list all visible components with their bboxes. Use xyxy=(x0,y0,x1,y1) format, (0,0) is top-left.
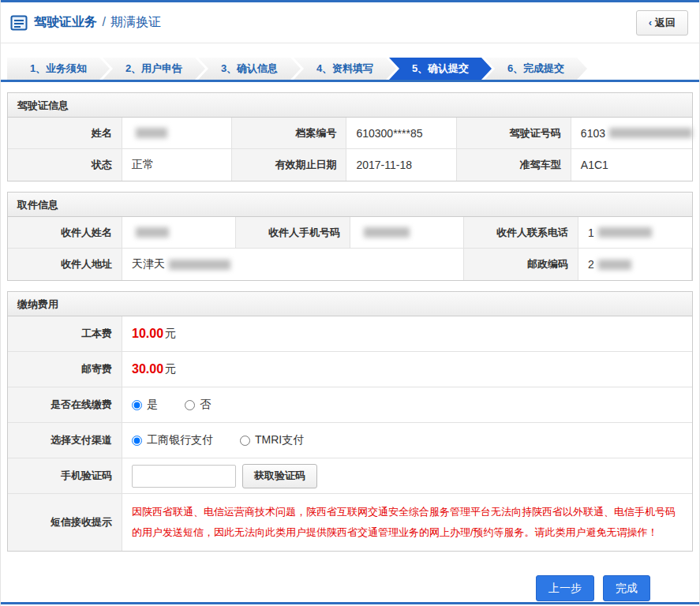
step-label: 4、资料填写 xyxy=(316,62,373,74)
channel-tmri-radio[interactable] xyxy=(240,436,250,446)
online-pay-yes-radio[interactable] xyxy=(132,400,142,410)
status-label: 状态 xyxy=(8,149,122,181)
recipient-address-value: 天津天 xyxy=(122,249,464,280)
vehicle-type-label: 准驾车型 xyxy=(457,149,571,181)
channel-icbc-option[interactable]: 工商银行支付 xyxy=(132,433,213,447)
recipient-name-label: 收件人姓名 xyxy=(8,217,122,249)
name-value xyxy=(122,118,232,149)
finish-button[interactable]: 完成 xyxy=(603,575,650,601)
online-payment-label: 是否在线缴费 xyxy=(8,387,122,423)
page-title: 驾驶证业务 / 期满换证 xyxy=(34,14,161,31)
recipient-address-label: 收件人地址 xyxy=(8,249,122,280)
bottom-accent-line xyxy=(1,602,699,604)
channel-icbc-radio[interactable] xyxy=(132,436,142,446)
business-title: 驾驶证业务 xyxy=(34,15,97,28)
channel-tmri-option[interactable]: TMRI支付 xyxy=(240,433,304,447)
mailing-fee-amount: 30.00 xyxy=(132,362,163,376)
pickup-info-section: 取件信息 收件人姓名 收件人手机号码 收件人联系电话 1 收件人地址 天津天 邮… xyxy=(7,192,693,281)
captcha-row: 获取验证码 xyxy=(122,458,692,494)
expiry-label: 有效期止日期 xyxy=(232,149,346,181)
pickup-section-title: 取件信息 xyxy=(8,193,692,217)
step-user-declaration: 2、用户申告 xyxy=(103,58,205,80)
step-label: 2、用户申告 xyxy=(125,62,182,74)
vehicle-type-value: A1C1 xyxy=(571,149,692,181)
recipient-address-prefix: 天津天 xyxy=(132,257,165,271)
redacted-value xyxy=(136,128,167,138)
sms-notice-label: 短信接收提示 xyxy=(8,494,122,551)
license-number-label: 驾驶证号码 xyxy=(457,118,571,149)
online-pay-no-radio[interactable] xyxy=(185,400,195,410)
form-icon xyxy=(10,14,28,32)
recipient-name-value xyxy=(122,217,236,249)
recipient-phone-value: 1 xyxy=(578,217,692,249)
step-fill-data: 4、资料填写 xyxy=(294,58,396,80)
payment-section-title: 缴纳费用 xyxy=(8,292,692,316)
online-payment-options: 是 否 xyxy=(122,387,692,423)
redacted-value xyxy=(169,260,230,270)
get-captcha-button[interactable]: 获取验证码 xyxy=(242,464,317,488)
back-label: 返回 xyxy=(655,16,676,30)
step-confirm-submit: 5、确认提交 xyxy=(389,58,492,80)
name-label: 姓名 xyxy=(8,118,122,149)
recipient-phone-prefix: 1 xyxy=(588,226,594,239)
step-label: 3、确认信息 xyxy=(221,62,278,74)
prev-step-button[interactable]: 上一步 xyxy=(536,575,594,601)
online-pay-yes-option[interactable]: 是 xyxy=(132,398,158,412)
production-fee-unit: 元 xyxy=(165,327,176,341)
mailing-fee-label: 邮寄费 xyxy=(8,352,122,387)
step-bar: 1、业务须知 2、用户申告 3、确认信息 4、资料填写 5、确认提交 6、完成提… xyxy=(1,43,699,80)
mailing-fee-unit: 元 xyxy=(165,362,176,376)
online-pay-yes-label: 是 xyxy=(147,398,158,412)
step-confirm-info: 3、确认信息 xyxy=(198,58,301,80)
file-number-value: 610300****85 xyxy=(346,118,456,149)
redacted-value xyxy=(598,260,631,270)
captcha-input[interactable] xyxy=(132,465,236,488)
captcha-label: 手机验证码 xyxy=(8,458,122,494)
payment-section: 缴纳费用 工本费 10.00元 邮寄费 30.00元 是否在线缴费 是 否 选择… xyxy=(7,291,693,552)
postal-code-label: 邮政编码 xyxy=(464,249,578,280)
step-label: 6、完成提交 xyxy=(507,62,564,74)
steps-underline xyxy=(1,80,699,82)
online-pay-no-option[interactable]: 否 xyxy=(185,398,211,412)
recipient-mobile-label: 收件人手机号码 xyxy=(236,217,350,249)
step-label: 1、业务须知 xyxy=(30,62,87,74)
recipient-phone-label: 收件人联系电话 xyxy=(464,217,578,249)
title-separator: / xyxy=(102,15,105,28)
sms-notice-cell: 因陕西省联通、电信运营商技术问题，陕西省互联网交通安全综合服务管理平台无法向持陕… xyxy=(122,494,692,551)
online-pay-no-label: 否 xyxy=(200,398,211,412)
recipient-mobile-value xyxy=(350,217,464,249)
page-header: 驾驶证业务 / 期满换证 ‹ 返回 xyxy=(1,2,699,43)
license-number-value: 6103 xyxy=(571,118,692,149)
postal-code-value: 2 xyxy=(578,249,692,280)
postal-code-prefix: 2 xyxy=(588,258,594,271)
step-business-notice: 1、业务须知 xyxy=(7,58,110,80)
redacted-value xyxy=(609,128,692,138)
license-section-title: 驾驶证信息 xyxy=(8,93,692,118)
back-chevron-icon: ‹ xyxy=(649,17,652,28)
channel-icbc-label: 工商银行支付 xyxy=(147,433,213,447)
license-info-section: 驾驶证信息 姓名 档案编号 610300****85 驾驶证号码 6103 状态… xyxy=(7,92,693,181)
channel-tmri-label: TMRI支付 xyxy=(255,433,304,447)
redacted-value xyxy=(136,227,169,238)
step-label: 5、确认提交 xyxy=(412,62,469,74)
sms-notice-text: 因陕西省联通、电信运营商技术问题，陕西省互联网交通安全综合服务管理平台无法向持陕… xyxy=(132,502,681,543)
production-fee-label: 工本费 xyxy=(8,316,122,352)
payment-channel-label: 选择支付渠道 xyxy=(8,423,122,458)
mailing-fee-value: 30.00元 xyxy=(122,352,692,387)
production-fee-value: 10.00元 xyxy=(122,316,692,352)
production-fee-amount: 10.00 xyxy=(132,327,163,341)
step-complete-submit: 6、完成提交 xyxy=(485,58,587,80)
redacted-value xyxy=(598,227,652,238)
subpage-title: 期满换证 xyxy=(110,15,161,28)
file-number-label: 档案编号 xyxy=(232,118,346,149)
footer-actions: 上一步 完成 xyxy=(1,552,699,601)
status-value: 正常 xyxy=(122,149,232,181)
redacted-value xyxy=(364,227,410,238)
payment-channel-options: 工商银行支付 TMRI支付 xyxy=(122,423,692,458)
back-button[interactable]: ‹ 返回 xyxy=(636,10,688,36)
expiry-value: 2017-11-18 xyxy=(346,149,456,181)
license-number-prefix: 6103 xyxy=(581,127,605,140)
